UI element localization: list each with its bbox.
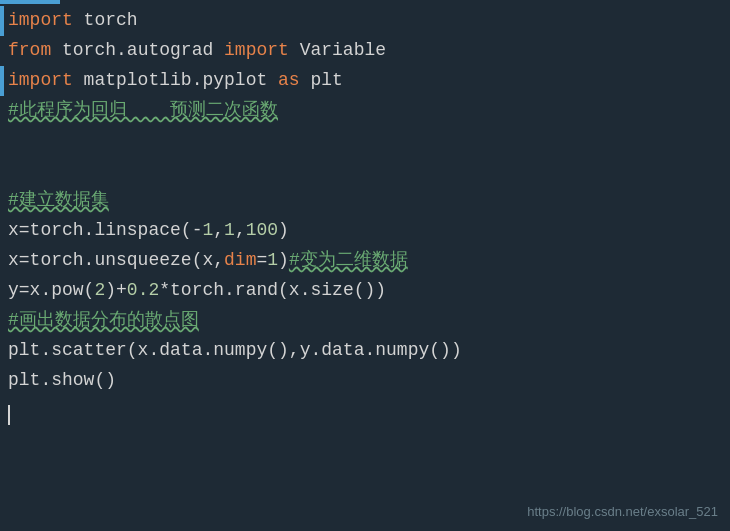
code-editor: import torch from torch.autograd import … — [0, 0, 730, 531]
code-line-13: plt.show() — [0, 366, 730, 396]
code-text-12: plt.scatter(x.data.numpy(),y.data.numpy(… — [8, 336, 462, 365]
code-line-8: x=torch.linspace(-1,1,100) — [0, 216, 730, 246]
code-text-11: #画出数据分布的散点图 — [8, 306, 199, 335]
code-text-3: import matplotlib.pyplot as plt — [8, 66, 343, 95]
code-text-4: #此程序为回归 预测二次函数 — [8, 96, 278, 125]
code-line-6 — [0, 156, 730, 186]
code-line-4: #此程序为回归 预测二次函数 — [0, 96, 730, 126]
code-line-11: #画出数据分布的散点图 — [0, 306, 730, 336]
code-text-13: plt.show() — [8, 366, 116, 395]
code-text-8: x=torch.linspace(-1,1,100) — [8, 216, 289, 245]
code-line-2: from torch.autograd import Variable — [0, 36, 730, 66]
line-indicator-1 — [0, 6, 4, 36]
code-text-6 — [8, 156, 19, 185]
code-line-10: y=x.pow(2)+0.2*torch.rand(x.size()) — [0, 276, 730, 306]
code-text-2: from torch.autograd import Variable — [8, 36, 386, 65]
code-text-10: y=x.pow(2)+0.2*torch.rand(x.size()) — [8, 276, 386, 305]
code-text-9: x=torch.unsqueeze(x,dim=1)#变为二维数据 — [8, 246, 408, 275]
line-indicator-3 — [0, 66, 4, 96]
code-text-1: import torch — [8, 6, 138, 35]
code-line-9: x=torch.unsqueeze(x,dim=1)#变为二维数据 — [0, 246, 730, 276]
code-text-5 — [8, 126, 19, 155]
watermark: https://blog.csdn.net/exsolar_521 — [527, 502, 718, 523]
top-bar-indicator — [0, 0, 60, 4]
code-text-14 — [8, 396, 10, 425]
code-line-1: import torch — [0, 6, 730, 36]
code-line-12: plt.scatter(x.data.numpy(),y.data.numpy(… — [0, 336, 730, 366]
code-line-3: import matplotlib.pyplot as plt — [0, 66, 730, 96]
code-line-5 — [0, 126, 730, 156]
code-line-7: #建立数据集 — [0, 186, 730, 216]
code-line-14 — [0, 396, 730, 426]
code-text-7: #建立数据集 — [8, 186, 109, 215]
